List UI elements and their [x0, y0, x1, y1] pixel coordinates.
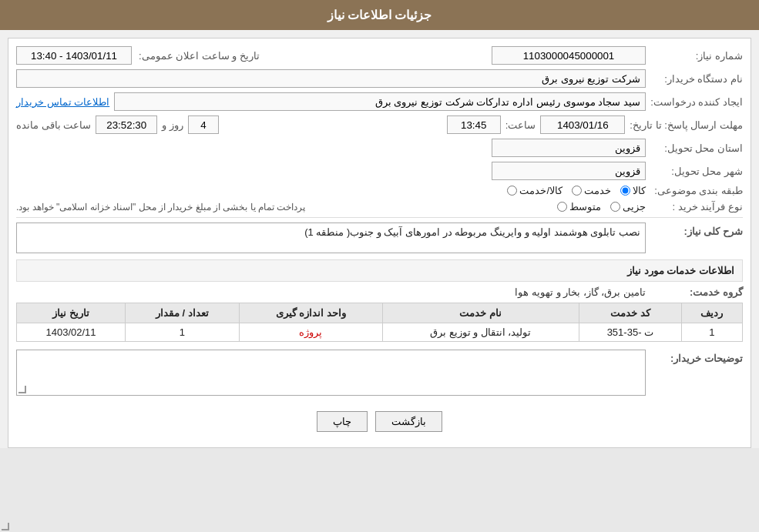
print-button[interactable]: چاپ: [317, 411, 368, 432]
need-number-input[interactable]: [492, 46, 646, 65]
category-option-goods-service: کالا/خدمت: [507, 185, 563, 196]
payment-note: پرداخت تمام یا بخشی از مبلغ خریدار از مح…: [16, 202, 305, 212]
table-cell-2: تولید، انتقال و توزیع برق: [382, 323, 579, 342]
buyer-notes-section: توضیحات خریدار:: [16, 350, 743, 396]
procurement-partial: جزیی: [610, 201, 646, 212]
announce-label: تاریخ و ساعت اعلان عمومی:: [136, 50, 260, 62]
city-row: شهر محل تحویل:: [16, 162, 743, 180]
services-title: اطلاعات خدمات مورد نیاز: [627, 265, 734, 276]
days-unit: روز و: [162, 119, 183, 131]
table-header-row: ردیف کد خدمت نام خدمت واحد اندازه گیری ت…: [17, 303, 743, 323]
buttons-row: بازگشت چاپ: [16, 403, 743, 440]
procurement-medium: متوسط: [557, 201, 601, 212]
back-button[interactable]: بازگشت: [375, 411, 442, 432]
main-content: شماره نیاز: تاریخ و ساعت اعلان عمومی: نا…: [8, 38, 751, 448]
announce-row: شماره نیاز: تاریخ و ساعت اعلان عمومی:: [16, 46, 743, 65]
province-label: استان محل تحویل:: [650, 142, 743, 154]
services-section-header: اطلاعات خدمات مورد نیاز: [16, 259, 743, 282]
col-header-unit: واحد اندازه گیری: [239, 303, 382, 323]
table-cell-0: 1: [681, 323, 742, 342]
buyer-notes-label: توضیحات خریدار:: [650, 350, 743, 364]
buyer-org-input: [16, 69, 646, 88]
table-row: 1ت -35-351تولید، انتقال و توزیع برقپروژه…: [17, 323, 743, 342]
requester-row: ایجاد کننده درخواست: اطلاعات تماس خریدار: [16, 92, 743, 111]
province-row: استان محل تحویل:: [16, 139, 743, 157]
deadline-label: مهلت ارسال پاسخ: تا تاریخ:: [630, 119, 743, 131]
services-table: ردیف کد خدمت نام خدمت واحد اندازه گیری ت…: [16, 303, 743, 342]
deadline-row: مهلت ارسال پاسخ: تا تاریخ: ساعت: روز و س…: [16, 115, 743, 134]
col-header-row-num: ردیف: [681, 303, 742, 323]
category-goods-radio[interactable]: [620, 186, 630, 196]
requester-input: [114, 92, 646, 111]
col-header-date: تاریخ نیاز: [17, 303, 126, 323]
category-goods-service-radio[interactable]: [507, 186, 517, 196]
deadline-date-input: [540, 115, 625, 134]
table-cell-3: پروژه: [239, 323, 382, 342]
category-radio-group: کالا خدمت کالا/خدمت: [507, 185, 646, 196]
table-cell-4: 1: [126, 323, 240, 342]
procurement-label: نوع فرآیند خرید :: [650, 201, 743, 212]
announce-date-input: [16, 46, 132, 65]
service-group-label: گروه خدمت:: [650, 286, 743, 298]
service-group-value: تامین برق، گاز، بخار و تهویه هوا: [16, 286, 646, 298]
need-description-label: شرح کلی نیاز:: [650, 223, 743, 237]
table-cell-5: 1403/02/11: [17, 323, 126, 342]
buyer-notes-box: [16, 350, 646, 396]
table-cell-1: ت -35-351: [579, 323, 681, 342]
need-description-text: نصب تابلوی هوشمند اولیه و وایرینگ مربوطه…: [304, 226, 640, 238]
category-label: طبقه بندی موضوعی:: [650, 185, 743, 196]
procurement-partial-radio[interactable]: [610, 202, 620, 212]
category-row: طبقه بندی موضوعی: کالا خدمت کالا/خدمت: [16, 185, 743, 196]
buyer-org-label: نام دستگاه خریدار:: [650, 73, 743, 85]
procurement-medium-label: متوسط: [569, 201, 601, 212]
contact-info-link[interactable]: اطلاعات تماس خریدار: [16, 96, 109, 108]
procurement-row: نوع فرآیند خرید : جزیی متوسط پرداخت تمام…: [16, 201, 743, 212]
col-header-name: نام خدمت: [382, 303, 579, 323]
page-wrapper: جزئیات اطلاعات نیاز شماره نیاز: تاریخ و …: [0, 0, 759, 448]
need-description-box: نصب تابلوی هوشمند اولیه و وایرینگ مربوطه…: [16, 223, 646, 253]
need-number-label: شماره نیاز:: [650, 50, 743, 62]
top-rows: شماره نیاز: تاریخ و ساعت اعلان عمومی: نا…: [16, 46, 743, 212]
remaining-seconds-input: [96, 115, 157, 134]
col-header-code: کد خدمت: [579, 303, 681, 323]
category-goods-label: کالا: [633, 185, 646, 196]
remaining-suffix: ساعت باقی مانده: [16, 119, 91, 131]
procurement-radio-group: جزیی متوسط: [557, 201, 646, 212]
deadline-time-label: ساعت:: [505, 119, 536, 131]
service-group-row: گروه خدمت: تامین برق، گاز، بخار و تهویه …: [16, 286, 743, 298]
remaining-days-input: [188, 115, 219, 134]
category-option-goods: کالا: [620, 185, 646, 196]
requester-label: ایجاد کننده درخواست:: [650, 96, 743, 108]
need-description-row: شرح کلی نیاز: نصب تابلوی هوشمند اولیه و …: [16, 223, 743, 253]
col-header-quantity: تعداد / مقدار: [126, 303, 240, 323]
category-service-label: خدمت: [584, 185, 611, 196]
page-title: جزئیات اطلاعات نیاز: [327, 8, 432, 22]
city-label: شهر محل تحویل:: [650, 166, 743, 177]
category-option-service: خدمت: [572, 185, 611, 196]
category-goods-service-label: کالا/خدمت: [519, 185, 563, 196]
buyer-org-row: نام دستگاه خریدار:: [16, 69, 743, 88]
page-header: جزئیات اطلاعات نیاز: [0, 0, 759, 30]
category-service-radio[interactable]: [572, 186, 582, 196]
deadline-time-input: [447, 115, 501, 134]
procurement-partial-label: جزیی: [623, 201, 646, 212]
city-input: [492, 162, 646, 180]
buyer-notes-resize-handle[interactable]: [18, 386, 26, 393]
province-input: [492, 139, 646, 157]
procurement-medium-radio[interactable]: [557, 202, 567, 212]
